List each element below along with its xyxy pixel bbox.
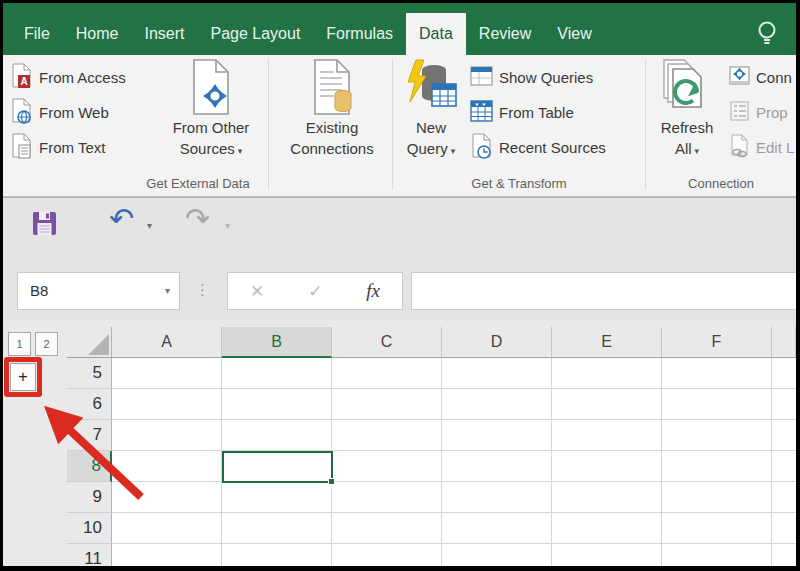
- formula-input[interactable]: [411, 272, 798, 310]
- ribbon-tab-bar: File Home Insert Page Layout Formulas Da…: [3, 3, 796, 55]
- group-get-external-data: A From Access From Web: [3, 55, 393, 196]
- cancel-button[interactable]: ✕: [250, 281, 264, 302]
- tell-me-lightbulb-icon[interactable]: [756, 13, 778, 55]
- new-query-label-line2: Query: [407, 140, 448, 157]
- window-border: [796, 0, 800, 571]
- from-access-label: From Access: [39, 69, 126, 86]
- recent-sources-button[interactable]: Recent Sources: [469, 131, 606, 163]
- from-web-button[interactable]: From Web: [9, 96, 109, 128]
- other-sources-icon: [153, 57, 269, 117]
- tab-data[interactable]: Data: [406, 13, 466, 55]
- column-header-a[interactable]: A: [112, 327, 222, 358]
- from-other-sources-button[interactable]: From Other Sources▾: [153, 57, 269, 162]
- text-file-icon: [9, 133, 34, 162]
- tab-view[interactable]: View: [544, 13, 604, 55]
- formula-buttons: ✕ ✓ fx: [227, 272, 403, 310]
- edit-links-button[interactable]: Edit L: [728, 131, 794, 163]
- row-header-8[interactable]: 8: [67, 451, 112, 482]
- undo-dropdown-arrow-icon[interactable]: ▾: [147, 220, 152, 231]
- window-border: [0, 0, 800, 3]
- outline-level-1-button[interactable]: 1: [8, 332, 31, 356]
- show-queries-label: Show Queries: [499, 69, 593, 86]
- from-table-label: From Table: [499, 104, 574, 121]
- from-table-icon: [469, 99, 494, 126]
- refresh-all-button[interactable]: Refresh All▾: [651, 57, 723, 162]
- name-box[interactable]: B8 ▾: [17, 272, 180, 310]
- name-box-value: B8: [30, 282, 48, 299]
- group-connections: Refresh All▾ Conn: [646, 55, 796, 196]
- row-header-7[interactable]: 7: [67, 420, 112, 451]
- row-header-9[interactable]: 9: [67, 482, 112, 513]
- enter-button[interactable]: ✓: [308, 281, 322, 302]
- row-header-5[interactable]: 5: [67, 358, 112, 389]
- select-all-button[interactable]: [67, 327, 112, 358]
- worksheet: 1 2 A B C D E F 5 6 7 8 9 10 11 +: [0, 320, 800, 571]
- name-box-dropdown-arrow-icon[interactable]: ▾: [165, 273, 170, 309]
- formula-bar-grip-icon[interactable]: ⋮: [195, 281, 210, 299]
- save-icon: [31, 210, 58, 237]
- from-other-sources-label-line1: From Other: [153, 117, 269, 138]
- tab-formulas[interactable]: Formulas: [313, 13, 406, 55]
- fill-handle[interactable]: [328, 478, 335, 485]
- column-header-c[interactable]: C: [332, 327, 442, 358]
- undo-button[interactable]: ↶: [109, 204, 134, 234]
- existing-connections-label-line1: Existing: [275, 117, 389, 138]
- properties-label: Prop: [756, 104, 788, 121]
- recent-sources-icon: [469, 133, 494, 162]
- group-label-get-transform: Get & Transform: [393, 176, 645, 191]
- column-header-e[interactable]: E: [552, 327, 662, 358]
- toolbar-strip: ↶ ▾ ↷ ▾ B8 ▾ ⋮ ✕ ✓ fx: [3, 197, 796, 320]
- redo-button[interactable]: ↷: [185, 204, 210, 234]
- tab-review[interactable]: Review: [466, 13, 544, 55]
- cell-grid[interactable]: [112, 358, 796, 571]
- refresh-all-icon: [651, 57, 723, 117]
- existing-connections-icon: [275, 57, 389, 117]
- outline-level-2-button[interactable]: 2: [35, 332, 58, 356]
- show-queries-icon: [469, 64, 494, 91]
- connections-button[interactable]: Conn: [728, 61, 792, 93]
- refresh-all-label-line1: Refresh: [651, 117, 723, 138]
- row-header-10[interactable]: 10: [67, 513, 112, 544]
- properties-button[interactable]: Prop: [728, 96, 788, 128]
- edit-links-icon: [728, 134, 751, 161]
- properties-icon: [728, 100, 751, 125]
- from-access-button[interactable]: A From Access: [9, 61, 126, 93]
- selected-cell-b8[interactable]: [222, 451, 333, 483]
- recent-sources-label: Recent Sources: [499, 139, 606, 156]
- from-text-label: From Text: [39, 139, 105, 156]
- excel-window: File Home Insert Page Layout Formulas Da…: [0, 0, 800, 571]
- existing-connections-button[interactable]: Existing Connections: [275, 57, 389, 159]
- select-all-triangle-icon: [88, 334, 109, 355]
- edit-links-label: Edit L: [756, 139, 794, 156]
- column-header-partial[interactable]: [772, 327, 796, 358]
- from-text-button[interactable]: From Text: [9, 131, 105, 163]
- access-file-icon: A: [9, 63, 34, 92]
- tab-file[interactable]: File: [11, 13, 63, 55]
- tab-home[interactable]: Home: [63, 13, 132, 55]
- insert-function-button[interactable]: fx: [366, 280, 380, 302]
- undo-icon: ↶: [109, 202, 134, 235]
- tab-page-layout[interactable]: Page Layout: [197, 13, 313, 55]
- tab-insert[interactable]: Insert: [131, 13, 197, 55]
- group-get-transform: New Query▾ Show Queries: [393, 55, 645, 196]
- ribbon-separator: [268, 60, 269, 190]
- redo-icon: ↷: [185, 202, 210, 235]
- dropdown-arrow-icon: ▾: [695, 146, 700, 156]
- column-header-d[interactable]: D: [442, 327, 552, 358]
- save-button[interactable]: [31, 210, 58, 241]
- window-border: [0, 0, 3, 571]
- column-header-f[interactable]: F: [662, 327, 772, 358]
- from-web-label: From Web: [39, 104, 109, 121]
- redo-dropdown-arrow-icon[interactable]: ▾: [225, 220, 230, 231]
- from-table-button[interactable]: From Table: [469, 96, 574, 128]
- row-header-6[interactable]: 6: [67, 389, 112, 420]
- show-queries-button[interactable]: Show Queries: [469, 61, 593, 93]
- dropdown-arrow-icon: ▾: [238, 146, 243, 156]
- from-other-sources-label-line2: Sources: [180, 140, 235, 157]
- new-query-button[interactable]: New Query▾: [398, 57, 464, 162]
- group-label-connections: Connection: [646, 176, 796, 191]
- existing-connections-label-line2: Connections: [275, 138, 389, 159]
- column-header-b[interactable]: B: [222, 327, 332, 358]
- annotation-highlight-box: [4, 357, 42, 397]
- new-query-icon: [398, 57, 464, 117]
